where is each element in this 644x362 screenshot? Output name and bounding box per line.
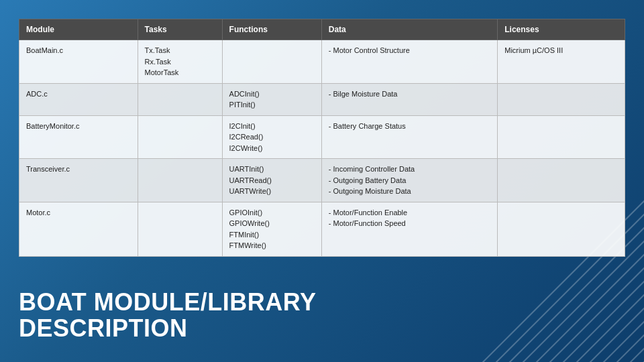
svg-line-8 <box>617 335 644 362</box>
header-data: Data <box>321 19 497 40</box>
table-container: Module Tasks Functions Data Licenses Boa… <box>19 19 625 257</box>
cell-functions: I2CInit()I2CRead()I2CWrite() <box>222 115 321 159</box>
cell-functions <box>222 40 321 84</box>
svg-line-7 <box>604 322 644 362</box>
cell-licenses: Micrium µC/OS III <box>498 40 625 84</box>
cell-functions: GPIOInit()GPIOWrite()FTMInit()FTMWrite() <box>222 202 321 256</box>
table-row: BatteryMonitor.cI2CInit()I2CRead()I2CWri… <box>19 115 625 159</box>
cell-data: - Motor/Function Enable- Motor/Function … <box>321 202 497 256</box>
table-row: ADC.cADCInit()PITInit()- Bilge Moisture … <box>19 83 625 115</box>
cell-tasks <box>138 202 222 256</box>
page-title-line2: DESCRIPTION <box>19 315 316 342</box>
svg-line-9 <box>631 349 644 362</box>
page-title-line1: BOAT MODULE/LIBRARY <box>19 289 316 316</box>
cell-functions: UARTInit()UARTRead()UARTWrite() <box>222 159 321 202</box>
cell-tasks <box>138 115 222 159</box>
svg-line-6 <box>590 308 644 362</box>
cell-module: Transceiver.c <box>19 159 138 202</box>
cell-functions: ADCInit()PITInit() <box>222 83 321 115</box>
cell-licenses <box>498 202 625 256</box>
cell-licenses <box>498 159 625 202</box>
header-functions: Functions <box>222 19 321 40</box>
cell-data: - Motor Control Structure <box>321 40 497 84</box>
table-row: Transceiver.cUARTInit()UARTRead()UARTWri… <box>19 159 625 202</box>
cell-module: ADC.c <box>19 83 138 115</box>
module-table: Module Tasks Functions Data Licenses Boa… <box>19 19 625 257</box>
cell-tasks <box>138 159 222 202</box>
cell-tasks <box>138 83 222 115</box>
header-tasks: Tasks <box>138 19 222 40</box>
table-row: BoatMain.cTx.TaskRx.TaskMotorTask- Motor… <box>19 40 625 84</box>
cell-module: BatteryMonitor.c <box>19 115 138 159</box>
cell-module: BoatMain.c <box>19 40 138 84</box>
cell-tasks: Tx.TaskRx.TaskMotorTask <box>138 40 222 84</box>
header-licenses: Licenses <box>498 19 625 40</box>
svg-line-3 <box>550 268 644 362</box>
svg-line-4 <box>564 282 644 362</box>
page-title: BOAT MODULE/LIBRARY DESCRIPTION <box>19 289 316 342</box>
cell-data: - Incoming Controller Data- Outgoing Bat… <box>321 159 497 202</box>
cell-data: - Battery Charge Status <box>321 115 497 159</box>
table-header-row: Module Tasks Functions Data Licenses <box>19 19 625 40</box>
svg-line-1 <box>523 241 644 362</box>
cell-module: Motor.c <box>19 202 138 256</box>
table-row: Motor.cGPIOInit()GPIOWrite()FTMInit()FTM… <box>19 202 625 256</box>
cell-data: - Bilge Moisture Data <box>321 83 497 115</box>
cell-licenses <box>498 83 625 115</box>
svg-line-2 <box>537 255 644 362</box>
header-module: Module <box>19 19 138 40</box>
svg-line-5 <box>577 295 644 362</box>
cell-licenses <box>498 115 625 159</box>
